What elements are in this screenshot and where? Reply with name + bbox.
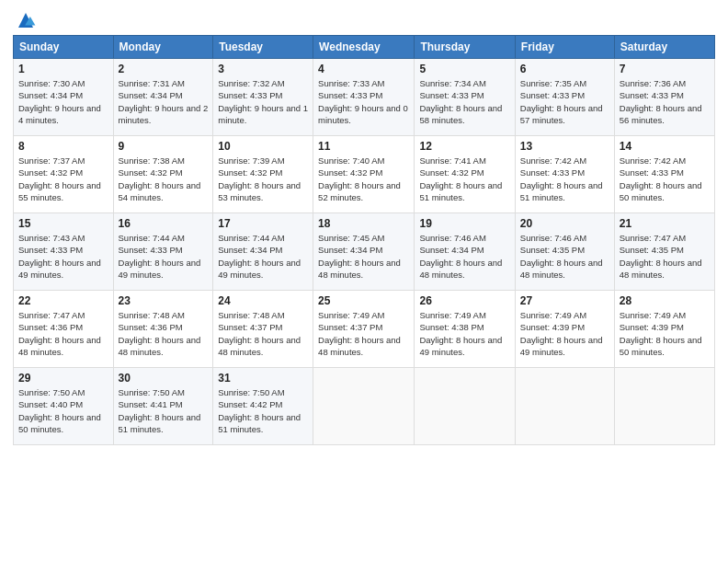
day-info: Sunrise: 7:40 AMSunset: 4:32 PMDaylight:… — [318, 155, 409, 203]
day-number: 2 — [119, 63, 209, 75]
calendar-header-wednesday: Wednesday — [313, 36, 415, 59]
day-number: 22 — [18, 294, 108, 307]
calendar-day-cell: 18Sunrise: 7:45 AMSunset: 4:34 PMDayligh… — [313, 213, 415, 291]
calendar-day-cell — [515, 368, 614, 445]
calendar-day-cell: 15Sunrise: 7:43 AMSunset: 4:33 PMDayligh… — [14, 213, 114, 291]
calendar-day-cell: 19Sunrise: 7:46 AMSunset: 4:34 PMDayligh… — [415, 213, 515, 291]
day-info: Sunrise: 7:39 AMSunset: 4:32 PMDaylight:… — [218, 155, 308, 203]
calendar-header-saturday: Saturday — [614, 36, 714, 59]
calendar-day-cell: 13Sunrise: 7:42 AMSunset: 4:33 PMDayligh… — [515, 136, 614, 213]
calendar-day-cell: 3Sunrise: 7:32 AMSunset: 4:33 PMDaylight… — [213, 59, 313, 136]
calendar-header-friday: Friday — [515, 36, 614, 59]
day-number: 28 — [620, 294, 710, 307]
day-number: 20 — [520, 217, 609, 230]
calendar-day-cell: 27Sunrise: 7:49 AMSunset: 4:39 PMDayligh… — [515, 291, 614, 368]
day-number: 12 — [419, 140, 509, 153]
calendar-day-cell: 30Sunrise: 7:50 AMSunset: 4:41 PMDayligh… — [113, 368, 213, 445]
page: SundayMondayTuesdayWednesdayThursdayFrid… — [0, 0, 728, 454]
calendar-day-cell: 10Sunrise: 7:39 AMSunset: 4:32 PMDayligh… — [213, 136, 313, 213]
day-number: 10 — [218, 140, 308, 153]
day-info: Sunrise: 7:32 AMSunset: 4:33 PMDaylight:… — [218, 77, 308, 126]
calendar-day-cell: 24Sunrise: 7:48 AMSunset: 4:37 PMDayligh… — [213, 291, 313, 368]
calendar-day-cell — [614, 368, 714, 445]
day-info: Sunrise: 7:42 AMSunset: 4:33 PMDaylight:… — [520, 155, 609, 203]
day-number: 29 — [18, 372, 108, 385]
day-number: 31 — [218, 372, 308, 385]
calendar-day-cell: 2Sunrise: 7:31 AMSunset: 4:34 PMDaylight… — [113, 59, 213, 136]
calendar-header-thursday: Thursday — [415, 36, 515, 59]
day-number: 16 — [119, 217, 209, 230]
day-info: Sunrise: 7:33 AMSunset: 4:33 PMDaylight:… — [318, 77, 409, 126]
calendar-day-cell: 26Sunrise: 7:49 AMSunset: 4:38 PMDayligh… — [415, 291, 515, 368]
day-info: Sunrise: 7:35 AMSunset: 4:33 PMDaylight:… — [520, 77, 609, 126]
calendar-day-cell: 6Sunrise: 7:35 AMSunset: 4:33 PMDaylight… — [515, 59, 614, 136]
day-number: 4 — [318, 63, 409, 75]
calendar-day-cell: 8Sunrise: 7:37 AMSunset: 4:32 PMDaylight… — [14, 136, 114, 213]
day-info: Sunrise: 7:46 AMSunset: 4:35 PMDaylight:… — [520, 232, 609, 281]
day-info: Sunrise: 7:36 AMSunset: 4:33 PMDaylight:… — [620, 77, 710, 126]
day-info: Sunrise: 7:50 AMSunset: 4:42 PMDaylight:… — [218, 386, 308, 435]
day-info: Sunrise: 7:47 AMSunset: 4:36 PMDaylight:… — [18, 309, 108, 358]
day-info: Sunrise: 7:45 AMSunset: 4:34 PMDaylight:… — [318, 232, 409, 281]
day-number: 1 — [18, 63, 108, 75]
day-info: Sunrise: 7:37 AMSunset: 4:32 PMDaylight:… — [18, 155, 108, 203]
day-info: Sunrise: 7:41 AMSunset: 4:32 PMDaylight:… — [419, 155, 509, 203]
calendar-week-row: 8Sunrise: 7:37 AMSunset: 4:32 PMDaylight… — [14, 136, 715, 213]
day-number: 8 — [18, 140, 108, 153]
day-number: 18 — [318, 217, 409, 230]
calendar-table: SundayMondayTuesdayWednesdayThursdayFrid… — [13, 35, 715, 445]
calendar-day-cell: 5Sunrise: 7:34 AMSunset: 4:33 PMDaylight… — [415, 59, 515, 136]
calendar-day-cell: 12Sunrise: 7:41 AMSunset: 4:32 PMDayligh… — [415, 136, 515, 213]
day-info: Sunrise: 7:48 AMSunset: 4:37 PMDaylight:… — [218, 309, 308, 358]
day-info: Sunrise: 7:30 AMSunset: 4:34 PMDaylight:… — [18, 77, 108, 126]
day-number: 25 — [318, 294, 409, 307]
day-number: 3 — [218, 63, 308, 75]
calendar-day-cell: 31Sunrise: 7:50 AMSunset: 4:42 PMDayligh… — [213, 368, 313, 445]
day-number: 5 — [419, 63, 509, 75]
header — [13, 9, 715, 31]
calendar-week-row: 1Sunrise: 7:30 AMSunset: 4:34 PMDaylight… — [14, 59, 715, 136]
day-info: Sunrise: 7:38 AMSunset: 4:32 PMDaylight:… — [119, 155, 209, 203]
calendar-day-cell: 23Sunrise: 7:48 AMSunset: 4:36 PMDayligh… — [113, 291, 213, 368]
day-info: Sunrise: 7:46 AMSunset: 4:34 PMDaylight:… — [419, 232, 509, 281]
calendar-week-row: 15Sunrise: 7:43 AMSunset: 4:33 PMDayligh… — [14, 213, 715, 291]
day-number: 21 — [620, 217, 710, 230]
day-info: Sunrise: 7:50 AMSunset: 4:41 PMDaylight:… — [119, 386, 209, 435]
day-number: 14 — [620, 140, 710, 153]
logo-icon — [15, 9, 37, 31]
calendar-week-row: 29Sunrise: 7:50 AMSunset: 4:40 PMDayligh… — [14, 368, 715, 445]
day-info: Sunrise: 7:49 AMSunset: 4:37 PMDaylight:… — [318, 309, 409, 358]
day-number: 15 — [18, 217, 108, 230]
calendar-header-tuesday: Tuesday — [213, 36, 313, 59]
day-number: 7 — [620, 63, 710, 75]
calendar-day-cell — [313, 368, 415, 445]
calendar-day-cell: 16Sunrise: 7:44 AMSunset: 4:33 PMDayligh… — [113, 213, 213, 291]
calendar-day-cell: 29Sunrise: 7:50 AMSunset: 4:40 PMDayligh… — [14, 368, 114, 445]
calendar-header-row: SundayMondayTuesdayWednesdayThursdayFrid… — [14, 36, 715, 59]
day-info: Sunrise: 7:42 AMSunset: 4:33 PMDaylight:… — [620, 155, 710, 203]
calendar-day-cell: 7Sunrise: 7:36 AMSunset: 4:33 PMDaylight… — [614, 59, 714, 136]
calendar-day-cell: 11Sunrise: 7:40 AMSunset: 4:32 PMDayligh… — [313, 136, 415, 213]
day-number: 24 — [218, 294, 308, 307]
calendar-day-cell: 9Sunrise: 7:38 AMSunset: 4:32 PMDaylight… — [113, 136, 213, 213]
day-info: Sunrise: 7:47 AMSunset: 4:35 PMDaylight:… — [620, 232, 710, 281]
calendar-day-cell: 1Sunrise: 7:30 AMSunset: 4:34 PMDaylight… — [14, 59, 114, 136]
calendar-day-cell: 14Sunrise: 7:42 AMSunset: 4:33 PMDayligh… — [614, 136, 714, 213]
day-info: Sunrise: 7:34 AMSunset: 4:33 PMDaylight:… — [419, 77, 509, 126]
day-info: Sunrise: 7:48 AMSunset: 4:36 PMDaylight:… — [119, 309, 209, 358]
day-number: 26 — [419, 294, 509, 307]
day-number: 27 — [520, 294, 609, 307]
calendar-day-cell: 17Sunrise: 7:44 AMSunset: 4:34 PMDayligh… — [213, 213, 313, 291]
day-number: 23 — [119, 294, 209, 307]
calendar-day-cell: 4Sunrise: 7:33 AMSunset: 4:33 PMDaylight… — [313, 59, 415, 136]
logo — [13, 9, 37, 31]
calendar-day-cell: 21Sunrise: 7:47 AMSunset: 4:35 PMDayligh… — [614, 213, 714, 291]
calendar-day-cell: 25Sunrise: 7:49 AMSunset: 4:37 PMDayligh… — [313, 291, 415, 368]
day-number: 19 — [419, 217, 509, 230]
day-number: 9 — [119, 140, 209, 153]
calendar-header-sunday: Sunday — [14, 36, 114, 59]
day-info: Sunrise: 7:49 AMSunset: 4:39 PMDaylight:… — [520, 309, 609, 358]
day-info: Sunrise: 7:43 AMSunset: 4:33 PMDaylight:… — [18, 232, 108, 281]
calendar-day-cell: 28Sunrise: 7:49 AMSunset: 4:39 PMDayligh… — [614, 291, 714, 368]
day-info: Sunrise: 7:50 AMSunset: 4:40 PMDaylight:… — [18, 386, 108, 435]
